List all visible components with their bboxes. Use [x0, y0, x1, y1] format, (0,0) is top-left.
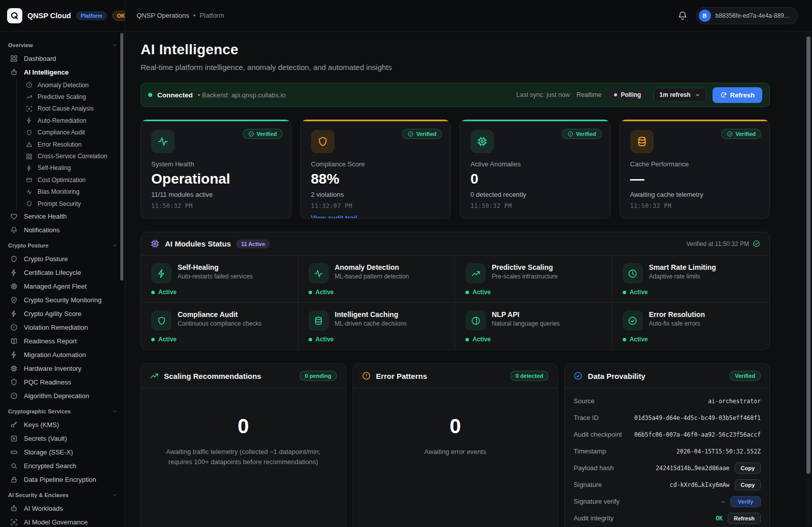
- sidebar-subitem-cross-service-correlation[interactable]: Cross-Service Correlation: [23, 150, 120, 162]
- provability-row-value: 01d35a49-d64e-4d5c-bc49-03b5eff468f1: [634, 414, 761, 421]
- sidebar-item-ai-workloads[interactable]: AI Workloads: [6, 502, 120, 515]
- refresh-button[interactable]: Refresh: [713, 87, 762, 103]
- module-status: Active: [623, 336, 760, 343]
- refresh-interval-select[interactable]: 1m refresh: [654, 88, 705, 102]
- refresh-button[interactable]: Refresh: [728, 513, 761, 524]
- metric-timestamp: 11:32:07 PM: [311, 202, 441, 209]
- zap-icon: [157, 269, 166, 278]
- sidebar-item-ai-model-governance[interactable]: AI Model Governance: [6, 515, 120, 527]
- sidebar-subitem-compliance-audit[interactable]: Compliance Audit: [23, 127, 120, 138]
- sidebar-item-label: Dashboard: [24, 55, 56, 62]
- chevron-down-icon: [112, 492, 118, 498]
- user-menu[interactable]: B b88356fe-ed7a-4e4a-889…: [696, 7, 798, 24]
- module-iconbox: [309, 310, 329, 331]
- pending-count-badge: 0 pending: [299, 371, 337, 381]
- scaling-caption: Awaiting traffic telemetry (collected ~1…: [156, 447, 330, 467]
- sidebar-item-notifications[interactable]: Notifications: [6, 223, 120, 237]
- module-anomaly-detection[interactable]: Anomaly Detection ML-based pattern detec…: [298, 256, 456, 302]
- alert-triangle-icon: [26, 141, 32, 148]
- ai-modules-panel: AI Modules Status 11 Active Verified at …: [141, 232, 770, 350]
- sidebar-item-secrets-vault-[interactable]: Secrets (Vault): [6, 432, 120, 445]
- sidebar-item-crypto-posture[interactable]: Crypto Posture: [6, 252, 120, 266]
- sidebar-item-migration-automation[interactable]: Migration Automation: [6, 348, 120, 362]
- sidebar-item-managed-agent-fleet[interactable]: Managed Agent Fleet: [6, 279, 120, 293]
- sidebar-item-service-health[interactable]: Service Health: [6, 209, 120, 223]
- module-nlp-api[interactable]: NLP API Natural language queries Active: [455, 302, 613, 349]
- copy-button[interactable]: Copy: [735, 463, 761, 474]
- provability-row-payload-hash: Payload hash 242415d14b…9ea2d86aae Copy: [573, 460, 761, 476]
- alert-circle-icon: [10, 324, 18, 331]
- module-predictive-scaling[interactable]: Predictive Scaling Pre-scales infrastruc…: [455, 256, 613, 302]
- cpu-icon: [150, 239, 160, 249]
- sidebar-item-violation-remediation[interactable]: Violation Remediation: [6, 321, 120, 334]
- copy-button[interactable]: Copy: [735, 479, 761, 490]
- sidebar-section-crypto-posture[interactable]: Crypto Posture: [6, 239, 120, 252]
- sidebar-item-label: Violation Remediation: [24, 324, 88, 331]
- breadcrumb-current: Platform: [199, 12, 224, 19]
- verify-button[interactable]: Verify: [730, 496, 761, 507]
- sidebar-section-cryptographic-services[interactable]: Cryptographic Services: [6, 405, 120, 418]
- sidebar-item-pqc-readiness[interactable]: PQC Readiness: [6, 375, 120, 389]
- module-self-healing[interactable]: Self-Healing Auto-restarts failed servic…: [141, 256, 298, 302]
- qnsp-logo-icon[interactable]: [7, 8, 22, 23]
- module-status: Active: [623, 289, 760, 296]
- zap-icon: [26, 165, 32, 171]
- active-count-badge: 11 Active: [236, 239, 270, 249]
- sidebar-subitem-cost-optimization[interactable]: Cost Optimization: [23, 174, 120, 186]
- module-smart-rate-limiting[interactable]: Smart Rate Limiting Adaptive rate limits…: [613, 256, 770, 302]
- sidebar-subitem-auto-remediation[interactable]: Auto-Remediation: [23, 115, 120, 126]
- activity-icon: [157, 136, 168, 147]
- sidebar-subitem-predictive-scaling[interactable]: Predictive Scaling: [23, 91, 120, 102]
- module-error-resolution[interactable]: Error Resolution Auto-fix safe errors Ac…: [613, 302, 770, 349]
- sidebar-item-readiness-report[interactable]: Readiness Report: [6, 334, 120, 348]
- sidebar-item-algorithm-deprecation[interactable]: Algorithm Deprecation: [6, 389, 120, 403]
- sidebar-item-hardware-inventory[interactable]: Hardware Inventory: [6, 362, 120, 375]
- sidebar-section-ai-security-amp-enclaves[interactable]: AI Security & Enclaves: [6, 488, 120, 502]
- sidebar-subitem-prompt-security[interactable]: Prompt Security: [23, 198, 120, 209]
- provability-row-label: Signature: [573, 481, 602, 488]
- provability-row-label: Trace ID: [573, 414, 598, 421]
- breadcrumb-primary[interactable]: QNSP Operations: [137, 12, 189, 19]
- view-audit-trail-link[interactable]: View audit trail →: [311, 214, 366, 219]
- module-description: Auto-restarts failed services: [178, 273, 253, 280]
- sidebar-item-crypto-security-monitoring[interactable]: Crypto Security Monitoring: [6, 293, 120, 307]
- provability-row-audit-checkpoint: Audit checkpoint 06b5fc06-007a-46f0-aa92…: [573, 426, 761, 443]
- sidebar-item-dashboard[interactable]: Dashboard: [6, 52, 120, 65]
- activity-icon: [26, 189, 32, 195]
- module-intelligent-caching[interactable]: Intelligent Caching ML-driven cache deci…: [298, 302, 456, 349]
- sidebar-item-label: Managed Agent Fleet: [24, 283, 87, 290]
- chevron-down-icon: [112, 42, 118, 48]
- polling-mode-toggle[interactable]: Polling: [608, 89, 647, 101]
- sidebar-item-certificate-lifecycle[interactable]: Certificate Lifecycle: [6, 266, 120, 279]
- sidebar-item-keys-kms-[interactable]: Keys (KMS): [6, 418, 120, 432]
- sidebar-item-label: AI Model Governance: [24, 518, 88, 526]
- activity-icon: [314, 269, 323, 278]
- check-circle-icon: [567, 131, 573, 137]
- sidebar-item-ai-intelligence[interactable]: AI Intelligence: [6, 65, 120, 79]
- sidebar-item-encrypted-search[interactable]: Encrypted Search: [6, 459, 120, 473]
- sidebar-section-overview[interactable]: Overview: [6, 39, 120, 52]
- sidebar-subitem-error-resolution[interactable]: Error Resolution: [23, 138, 120, 150]
- sidebar-item-storage-sse-x-[interactable]: Storage (SSE-X): [6, 445, 120, 459]
- sidebar-scrollbar[interactable]: [120, 33, 123, 280]
- module-name: NLP API: [492, 310, 560, 319]
- metric-card-iconbox: [470, 130, 494, 153]
- sidebar-subitem-self-healing[interactable]: Self-Healing: [23, 162, 120, 174]
- trend-up-icon: [471, 269, 481, 278]
- page-scrollbar[interactable]: [806, 32, 811, 526]
- sidebar-item-label: Crypto Security Monitoring: [24, 296, 101, 304]
- module-name: Intelligent Caching: [335, 310, 407, 319]
- shield-icon: [157, 316, 166, 326]
- sidebar-item-crypto-agility-score[interactable]: Crypto Agility Score: [6, 307, 120, 321]
- page-scrollbar-thumb[interactable]: [806, 37, 810, 474]
- module-compliance-audit[interactable]: Compliance Audit Continuous compliance c…: [141, 302, 298, 349]
- notifications-bell-icon[interactable]: [678, 11, 688, 21]
- detected-count-badge: 0 detected: [510, 371, 549, 381]
- sidebar-item-data-pipeline-encryption[interactable]: Data Pipeline Encryption: [6, 473, 120, 486]
- sidebar-subitem-anomaly-detection[interactable]: Anomaly Detection: [23, 79, 120, 91]
- sidebar-section-label: AI Security & Enclaves: [8, 492, 69, 498]
- sidebar-subitem-root-cause-analysis[interactable]: Root Cause Analysis: [23, 103, 120, 115]
- sidebar-subitem-bias-monitoring[interactable]: Bias Monitoring: [23, 186, 120, 198]
- main-content: AI Intelligence Real-time platform intel…: [125, 31, 812, 527]
- card-icon: [26, 177, 32, 183]
